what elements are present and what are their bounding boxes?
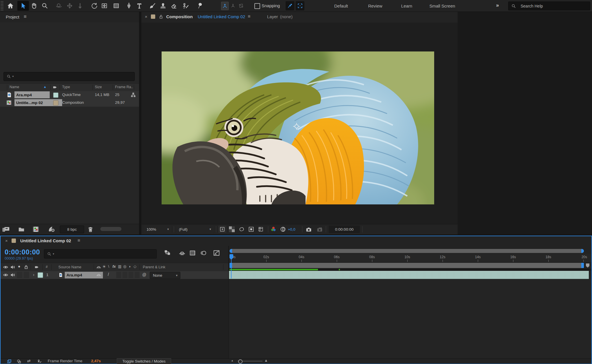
switch-cell[interactable]: [122, 272, 127, 278]
navigator-end-handle[interactable]: [581, 249, 584, 253]
local-axis-mode-button[interactable]: [221, 2, 229, 10]
preview-timecode[interactable]: 0:00:00:00: [329, 226, 360, 233]
toggle-switches-modes-button[interactable]: Toggle Switches / Modes: [117, 358, 171, 364]
column-frame-rate[interactable]: Frame Ra..: [115, 85, 133, 89]
in-out-duration-pane-icon[interactable]: ⇄: [27, 359, 31, 363]
mini-flowchart-icon[interactable]: [164, 250, 171, 256]
comp-marker-bin-icon[interactable]: [585, 263, 590, 268]
layer-switches-pane-icon[interactable]: [7, 359, 12, 364]
mask-visibility-icon[interactable]: [239, 226, 245, 232]
project-row-ara[interactable]: Ara.mp4 QuickTime 14,1 MB 25: [0, 91, 139, 99]
project-search-box[interactable]: ▼: [3, 72, 135, 81]
column-parent-link[interactable]: Parent & Link: [143, 265, 165, 269]
zoom-in-mountain-icon[interactable]: ▲: [264, 358, 268, 363]
label-color-chip[interactable]: [53, 93, 58, 98]
zoom-out-mountain-icon[interactable]: ▲: [231, 359, 234, 362]
effects-icon[interactable]: fx: [112, 264, 116, 269]
transfer-controls-pane-icon[interactable]: [17, 359, 21, 364]
clone-stamp-tool-button[interactable]: [157, 1, 169, 11]
resolution-dropdown[interactable]: (Full)▼: [176, 226, 214, 233]
row-name-cell[interactable]: Ara.mp4: [14, 91, 50, 98]
new-composition-icon[interactable]: [32, 226, 39, 233]
new-folder-icon[interactable]: [18, 226, 25, 232]
work-area-bar[interactable]: [230, 263, 584, 268]
shy-layers-icon[interactable]: [179, 250, 185, 256]
parent-link-dropdown[interactable]: None ▼: [150, 272, 180, 279]
column-size[interactable]: Size: [95, 85, 102, 89]
expand-layer-icon[interactable]: ›: [33, 272, 34, 277]
help-search-box[interactable]: Search Help: [508, 1, 590, 10]
composition-tab[interactable]: × Composition Untitled Linked Comp 02 ≡: [141, 12, 254, 23]
project-scrollbar[interactable]: [100, 227, 121, 231]
navigator-start-handle[interactable]: [230, 249, 232, 253]
switch-cell[interactable]: [116, 272, 121, 278]
pan-behind-tool-button[interactable]: [99, 1, 110, 11]
layer-row-ara[interactable]: › 1 Ara.mp4 / @ None ▼: [1, 271, 228, 279]
channels-icon[interactable]: [270, 226, 277, 232]
interpret-footage-icon[interactable]: [2, 226, 10, 233]
sort-ascending-icon[interactable]: ▲: [43, 85, 47, 88]
close-tab-icon[interactable]: ×: [5, 238, 8, 243]
graph-editor-icon[interactable]: [213, 250, 220, 256]
column-type[interactable]: Type: [62, 85, 70, 89]
column-source-name[interactable]: Source Name: [58, 265, 81, 269]
toolbar-grip[interactable]: [1, 1, 3, 10]
render-time-pane-icon[interactable]: [37, 359, 42, 364]
switch-cell[interactable]: [128, 272, 134, 278]
type-tool-button[interactable]: [134, 1, 145, 11]
rectangle-tool-button[interactable]: [110, 1, 122, 11]
label-color-chip[interactable]: [53, 100, 58, 106]
column-index[interactable]: #: [46, 265, 48, 269]
frame-blending-icon[interactable]: [189, 250, 196, 256]
playhead-marker[interactable]: [230, 254, 233, 258]
layer-tab[interactable]: Layer (none): [266, 12, 306, 23]
quality-icon[interactable]: /: [108, 264, 109, 269]
current-timecode[interactable]: 0:00:00:00: [5, 248, 40, 256]
solo-column-icon[interactable]: ●: [18, 264, 20, 269]
lock-column-icon[interactable]: [24, 265, 29, 269]
bit-depth-button[interactable]: 8 bpc: [60, 226, 84, 233]
brush-tool-button[interactable]: [147, 1, 158, 11]
label-column-icon[interactable]: [34, 265, 39, 269]
selection-tool-button[interactable]: [17, 1, 29, 11]
pan-camera-tool-button[interactable]: [64, 1, 75, 11]
timeline-zoom-knob[interactable]: [238, 359, 243, 364]
workspace-tab-small-screen[interactable]: Small Screen: [423, 0, 461, 12]
lock-cell[interactable]: [23, 272, 29, 278]
composition-tab-menu-icon[interactable]: ≡: [248, 14, 250, 19]
snapping-checkbox[interactable]: [254, 3, 260, 9]
motion-blur-icon[interactable]: [200, 250, 207, 256]
eraser-tool-button[interactable]: [168, 1, 180, 11]
puppet-pin-tool-button[interactable]: [194, 1, 206, 11]
snap-option-2-button[interactable]: [296, 1, 304, 10]
solo-cell[interactable]: [17, 272, 23, 278]
column-name[interactable]: Name: [10, 85, 19, 89]
workspace-tab-default[interactable]: Default: [327, 0, 356, 12]
switch-cell[interactable]: [134, 272, 140, 278]
video-column-eye-icon[interactable]: [3, 265, 8, 270]
orbit-camera-tool-button[interactable]: [53, 1, 65, 11]
home-button[interactable]: [5, 1, 16, 11]
rotation-tool-button[interactable]: [88, 1, 100, 11]
view-axis-mode-button[interactable]: [238, 2, 245, 10]
exposure-icon[interactable]: [280, 226, 286, 232]
three-d-layer-icon[interactable]: ◇: [134, 264, 136, 269]
zoom-tool-button[interactable]: [39, 1, 51, 11]
audio-column-speaker-icon[interactable]: [10, 265, 15, 270]
motion-blur-switch-icon[interactable]: ◎: [123, 264, 126, 269]
region-of-interest-icon[interactable]: [248, 226, 254, 232]
layer-audio-speaker-icon[interactable]: [10, 272, 15, 278]
snapshot-camera-icon[interactable]: [306, 227, 312, 232]
show-snapshot-icon[interactable]: [317, 227, 323, 232]
playhead-line[interactable]: [231, 260, 232, 278]
layer-quality-switch[interactable]: /: [108, 272, 109, 277]
dolly-camera-tool-button[interactable]: [74, 1, 86, 11]
adjustment-layer-icon[interactable]: ◑: [128, 264, 131, 269]
collapse-transformations-icon[interactable]: ☀: [102, 264, 106, 269]
work-area-end-handle[interactable]: [581, 263, 584, 268]
shy-switch-icon[interactable]: [96, 265, 101, 270]
layer-video-eye-icon[interactable]: [3, 272, 8, 278]
unlock-icon[interactable]: [159, 14, 163, 19]
layer-duration-bar[interactable]: [229, 271, 589, 279]
timeline-tab-menu-icon[interactable]: ≡: [77, 238, 80, 243]
